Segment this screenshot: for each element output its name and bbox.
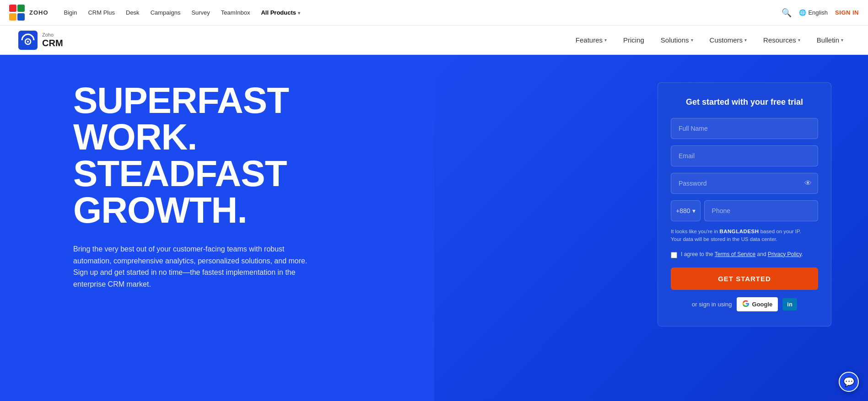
zoho-square-green [17,5,25,12]
nav-pricing[interactable]: Pricing [617,33,651,47]
country-code-selector[interactable]: +880 ▾ [671,200,701,221]
password-group: 👁 [671,173,818,194]
privacy-link[interactable]: Privacy Policy [768,251,802,257]
hero-description: Bring the very best out of your customer… [73,243,311,290]
headline-line1: SUPERFAST [73,80,289,121]
allproducts-dropdown-arrow: ▾ [298,11,300,16]
crm-logo[interactable]: Zoho CRM [18,31,63,50]
chat-icon: 💬 [843,376,855,387]
top-bar-right: 🔍 🌐 English SIGN IN [782,8,859,18]
agree-text: I agree to the Terms of Service and Priv… [681,251,803,257]
agree-checkbox[interactable] [671,252,677,258]
crm-logo-svg [18,31,38,50]
country-code-label: +880 [676,207,690,214]
terms-link[interactable]: Terms of Service [715,251,755,257]
main-nav: Zoho CRM Features ▾ Pricing Solutions ▾ … [0,26,868,55]
phone-input[interactable] [704,200,818,221]
top-nav-survey[interactable]: Survey [187,7,214,18]
features-arrow: ▾ [604,37,607,43]
agree-row: I agree to the Terms of Service and Priv… [671,251,818,258]
zoho-square-yellow [9,13,16,21]
top-nav: Bigin CRM Plus Desk Campaigns Survey Tea… [59,7,305,18]
google-icon [742,300,749,309]
hero-section: SUPERFAST WORK. STEADFAST GROWTH. Bring … [0,55,868,401]
hero-left: SUPERFAST WORK. STEADFAST GROWTH. Bring … [73,82,348,290]
top-nav-crmplus[interactable]: CRM Plus [83,7,119,18]
language-button[interactable]: 🌐 English [799,9,828,16]
top-nav-allproducts[interactable]: All Products ▾ [256,7,304,18]
chat-widget[interactable]: 💬 [839,372,859,392]
or-sign-in-text: or sign in using [692,301,732,308]
sign-in-button[interactable]: SIGN IN [835,9,859,16]
nav-bulletin[interactable]: Bulletin ▾ [810,33,850,47]
nav-solutions[interactable]: Solutions ▾ [654,33,700,47]
top-nav-desk[interactable]: Desk [121,7,144,18]
password-input[interactable] [671,173,818,194]
get-started-button[interactable]: GET STARTED [671,267,818,290]
svg-point-2 [27,41,29,43]
solutions-arrow: ▾ [691,37,693,43]
search-button[interactable]: 🔍 [782,8,792,18]
ip-notice: It looks like you're in BANGLADESH based… [671,228,818,244]
crm-crm-label: CRM [42,38,63,48]
top-nav-bigin[interactable]: Bigin [59,7,82,18]
google-signin-button[interactable]: Google [737,297,778,311]
email-group [671,145,818,166]
zoho-logo-squares [9,5,26,21]
nav-resources[interactable]: Resources ▾ [757,33,807,47]
top-nav-teaminbox[interactable]: TeamInbox [216,7,255,18]
zoho-square-blue [17,13,25,21]
nav-features[interactable]: Features ▾ [569,33,613,47]
hero-headline: SUPERFAST WORK. STEADFAST GROWTH. [73,82,348,229]
linkedin-signin-button[interactable]: in [782,298,797,310]
country-dropdown-arrow: ▾ [692,207,695,214]
signup-form: Get started with your free trial 👁 +880 … [658,82,831,326]
phone-group: +880 ▾ [671,200,818,221]
top-bar-left: ZOHO Bigin CRM Plus Desk Campaigns Surve… [9,5,305,21]
email-input[interactable] [671,145,818,166]
customers-arrow: ▾ [744,37,747,43]
fullname-group [671,118,818,139]
bulletin-arrow: ▾ [841,37,843,43]
globe-icon: 🌐 [799,9,806,16]
crm-logo-text: Zoho CRM [42,32,63,48]
headline-line3: STEADFAST [73,153,287,194]
fullname-input[interactable] [671,118,818,139]
nav-customers[interactable]: Customers ▾ [703,33,754,47]
headline-line2: WORK. [73,117,197,157]
resources-arrow: ▾ [798,37,800,43]
crm-zoho-label: Zoho [42,32,63,37]
zoho-square-red [9,5,16,12]
top-bar: ZOHO Bigin CRM Plus Desk Campaigns Surve… [0,0,868,26]
headline-line4: GROWTH. [73,190,247,230]
main-nav-links: Features ▾ Pricing Solutions ▾ Customers… [569,33,850,47]
signup-title: Get started with your free trial [671,97,818,107]
zoho-logo[interactable]: ZOHO [9,5,49,21]
zoho-text: ZOHO [29,9,49,16]
eye-icon[interactable]: 👁 [804,179,812,187]
top-nav-campaigns[interactable]: Campaigns [146,7,185,18]
svg-rect-0 [18,31,38,50]
social-signin-row: or sign in using Google in [671,297,818,311]
language-label: English [808,9,828,16]
hero-right: Get started with your free trial 👁 +880 … [658,82,831,326]
